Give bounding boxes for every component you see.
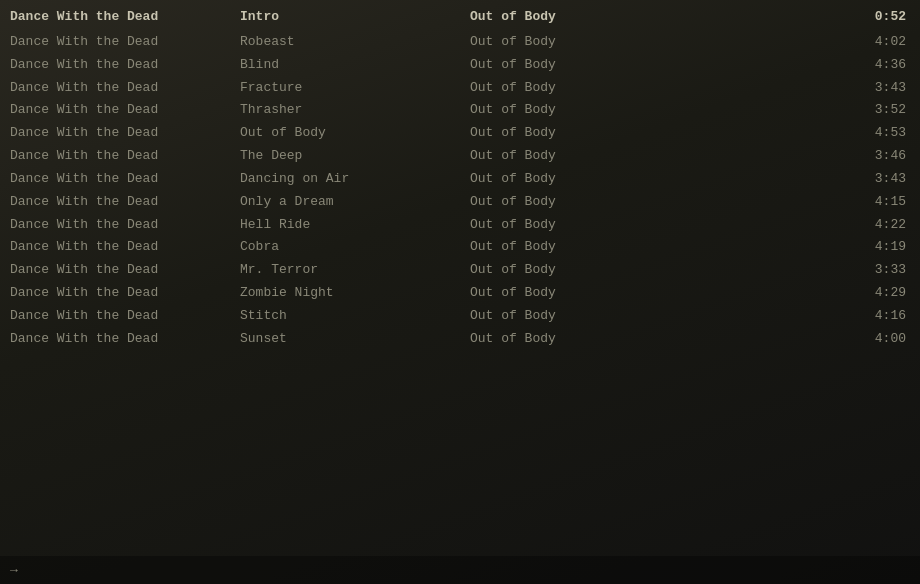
- bottom-bar: →: [0, 556, 920, 584]
- track-artist: Dance With the Dead: [10, 33, 240, 52]
- track-artist: Dance With the Dead: [10, 284, 240, 303]
- track-title: The Deep: [240, 147, 470, 166]
- table-header: Dance With the Dead Intro Out of Body 0:…: [0, 6, 920, 29]
- track-artist: Dance With the Dead: [10, 238, 240, 257]
- track-duration: 4:36: [700, 56, 906, 75]
- track-title: Mr. Terror: [240, 261, 470, 280]
- track-duration: 4:22: [700, 216, 906, 235]
- table-row[interactable]: Dance With the DeadCobraOut of Body4:19: [0, 236, 920, 259]
- track-title: Stitch: [240, 307, 470, 326]
- table-row[interactable]: Dance With the DeadOnly a DreamOut of Bo…: [0, 191, 920, 214]
- track-duration: 3:46: [700, 147, 906, 166]
- track-duration: 4:15: [700, 193, 906, 212]
- track-duration: 4:02: [700, 33, 906, 52]
- track-title: Sunset: [240, 330, 470, 349]
- track-album: Out of Body: [470, 216, 700, 235]
- track-album: Out of Body: [470, 330, 700, 349]
- track-album: Out of Body: [470, 147, 700, 166]
- header-title: Intro: [240, 8, 470, 27]
- track-artist: Dance With the Dead: [10, 216, 240, 235]
- track-album: Out of Body: [470, 193, 700, 212]
- track-album: Out of Body: [470, 33, 700, 52]
- track-artist: Dance With the Dead: [10, 101, 240, 120]
- track-artist: Dance With the Dead: [10, 56, 240, 75]
- track-artist: Dance With the Dead: [10, 170, 240, 189]
- track-artist: Dance With the Dead: [10, 79, 240, 98]
- table-row[interactable]: Dance With the DeadStitchOut of Body4:16: [0, 305, 920, 328]
- table-row[interactable]: Dance With the DeadDancing on AirOut of …: [0, 168, 920, 191]
- track-album: Out of Body: [470, 284, 700, 303]
- table-row[interactable]: Dance With the DeadSunsetOut of Body4:00: [0, 328, 920, 351]
- header-album: Out of Body: [470, 8, 700, 27]
- track-album: Out of Body: [470, 79, 700, 98]
- header-duration: 0:52: [700, 8, 906, 27]
- table-row[interactable]: Dance With the DeadRobeastOut of Body4:0…: [0, 31, 920, 54]
- track-list: Dance With the Dead Intro Out of Body 0:…: [0, 0, 920, 351]
- track-duration: 3:33: [700, 261, 906, 280]
- track-title: Thrasher: [240, 101, 470, 120]
- track-duration: 4:19: [700, 238, 906, 257]
- table-row[interactable]: Dance With the DeadBlindOut of Body4:36: [0, 54, 920, 77]
- table-row[interactable]: Dance With the DeadMr. TerrorOut of Body…: [0, 259, 920, 282]
- table-row[interactable]: Dance With the DeadThe DeepOut of Body3:…: [0, 145, 920, 168]
- track-title: Cobra: [240, 238, 470, 257]
- track-album: Out of Body: [470, 238, 700, 257]
- track-album: Out of Body: [470, 261, 700, 280]
- track-artist: Dance With the Dead: [10, 307, 240, 326]
- track-title: Blind: [240, 56, 470, 75]
- track-title: Dancing on Air: [240, 170, 470, 189]
- table-row[interactable]: Dance With the DeadFractureOut of Body3:…: [0, 77, 920, 100]
- track-duration: 4:29: [700, 284, 906, 303]
- table-row[interactable]: Dance With the DeadOut of BodyOut of Bod…: [0, 122, 920, 145]
- track-album: Out of Body: [470, 170, 700, 189]
- track-duration: 4:00: [700, 330, 906, 349]
- track-title: Only a Dream: [240, 193, 470, 212]
- track-title: Hell Ride: [240, 216, 470, 235]
- table-row[interactable]: Dance With the DeadThrasherOut of Body3:…: [0, 99, 920, 122]
- track-duration: 3:43: [700, 170, 906, 189]
- table-row[interactable]: Dance With the DeadHell RideOut of Body4…: [0, 214, 920, 237]
- track-duration: 4:16: [700, 307, 906, 326]
- track-album: Out of Body: [470, 124, 700, 143]
- track-album: Out of Body: [470, 101, 700, 120]
- track-title: Robeast: [240, 33, 470, 52]
- track-title: Zombie Night: [240, 284, 470, 303]
- track-artist: Dance With the Dead: [10, 124, 240, 143]
- track-artist: Dance With the Dead: [10, 330, 240, 349]
- track-album: Out of Body: [470, 56, 700, 75]
- track-duration: 3:52: [700, 101, 906, 120]
- header-artist: Dance With the Dead: [10, 8, 240, 27]
- track-duration: 3:43: [700, 79, 906, 98]
- track-title: Out of Body: [240, 124, 470, 143]
- track-album: Out of Body: [470, 307, 700, 326]
- track-artist: Dance With the Dead: [10, 261, 240, 280]
- track-artist: Dance With the Dead: [10, 193, 240, 212]
- track-title: Fracture: [240, 79, 470, 98]
- table-row[interactable]: Dance With the DeadZombie NightOut of Bo…: [0, 282, 920, 305]
- track-artist: Dance With the Dead: [10, 147, 240, 166]
- arrow-icon: →: [10, 563, 18, 578]
- track-duration: 4:53: [700, 124, 906, 143]
